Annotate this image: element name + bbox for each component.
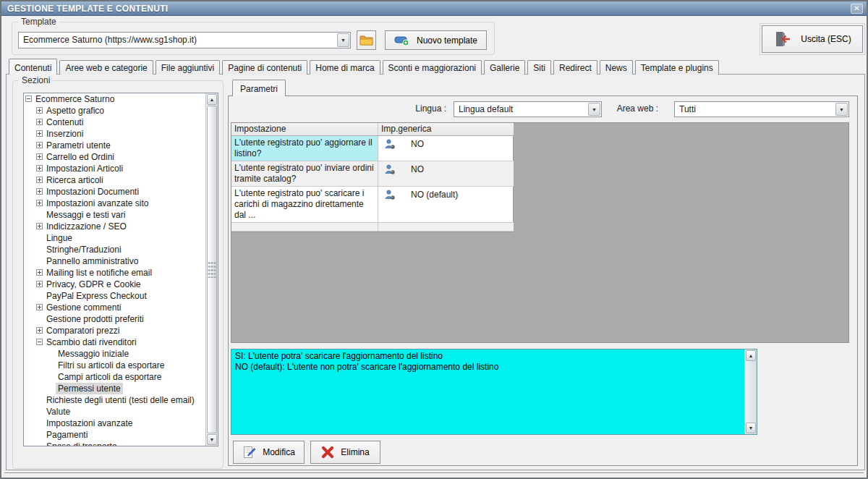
tree-item-label[interactable]: Ricerca articoli	[44, 174, 106, 186]
tree-item-label[interactable]: Filtri su articoli da esportare	[56, 360, 166, 371]
tab-news[interactable]: News	[600, 60, 633, 75]
tree-item-label[interactable]: Indicizzazione / SEO	[44, 221, 129, 232]
scrollbar-thumb[interactable]	[207, 106, 217, 433]
tree-item[interactable]: Messaggio iniziale	[24, 348, 205, 360]
tree-item-label[interactable]: Mailing list e notifiche email	[44, 267, 154, 279]
expand-plus-icon[interactable]	[36, 188, 43, 195]
tree-item[interactable]: Aspetto grafico	[24, 105, 205, 116]
table-row[interactable]: L'utente registrato puo' aggiornare il l…	[231, 136, 513, 161]
tree-item-label[interactable]: Impostazioni avanzate	[44, 417, 135, 429]
tree-item-label[interactable]: Ecommerce Saturno	[33, 93, 116, 105]
expand-plus-icon[interactable]	[36, 269, 43, 276]
column-header-imp-generica[interactable]: Imp.generica	[378, 123, 514, 136]
tree-item[interactable]: Inserzioni	[24, 128, 205, 140]
tree-item-label[interactable]: Privacy, GDPR e Cookie	[44, 279, 142, 290]
tree-item[interactable]: Pannello amministrativo	[24, 255, 205, 267]
tree-item-label[interactable]: Inserzioni	[44, 128, 85, 140]
scroll-down-icon[interactable]: ▼	[746, 423, 756, 433]
lingua-select[interactable]: Lingua default ▼	[454, 101, 602, 117]
tree-item[interactable]: Parametri utente	[24, 140, 205, 151]
setting-name-cell[interactable]: L'utente registrato puo' aggiornare il l…	[231, 136, 378, 161]
tab-pagine-di-contenuti[interactable]: Pagine di contenuti	[222, 60, 307, 75]
setting-name-cell[interactable]: L'utente registrato puo' scaricare i car…	[231, 187, 378, 223]
tree-item[interactable]: Impostazioni avanzate sito	[24, 198, 205, 209]
tab-sconti-e-maggiorazioni[interactable]: Sconti e maggiorazioni	[383, 60, 482, 75]
tab-contenuti[interactable]: Contenuti	[9, 59, 57, 75]
expand-plus-icon[interactable]	[36, 327, 43, 334]
tree-item[interactable]: Campi articoli da esportare	[24, 371, 205, 383]
tree-item-label[interactable]: Stringhe/Traduzioni	[44, 244, 124, 255]
chevron-down-icon[interactable]: ▼	[588, 103, 600, 116]
expand-plus-icon[interactable]	[36, 119, 43, 125]
expand-plus-icon[interactable]	[36, 223, 43, 229]
tree-item[interactable]: Permessi utente	[24, 383, 205, 394]
description-scrollbar[interactable]: ▲ ▼	[744, 349, 757, 434]
setting-name-cell[interactable]: L'utente registrato puo' inviare ordini …	[231, 161, 378, 187]
area-web-select[interactable]: Tutti ▼	[674, 101, 849, 117]
expand-plus-icon[interactable]	[36, 281, 43, 287]
expand-plus-icon[interactable]	[36, 177, 43, 183]
tree-item-label[interactable]: Messaggio iniziale	[56, 348, 131, 360]
tab-file-aggiuntivi[interactable]: File aggiuntivi	[156, 60, 220, 75]
scroll-up-icon[interactable]: ▲	[207, 94, 217, 105]
tree-item-label[interactable]: Aspetto grafico	[44, 105, 106, 116]
new-template-button[interactable]: Nuovo template	[385, 30, 487, 50]
collapse-minus-icon[interactable]	[36, 339, 43, 345]
scroll-down-icon[interactable]: ▼	[207, 434, 217, 445]
tree-item-label[interactable]: Impostazioni Articoli	[44, 163, 125, 174]
tab-aree-web-e-categorie[interactable]: Aree web e categorie	[59, 60, 153, 75]
tree-item-label[interactable]: Comparatori prezzi	[44, 325, 122, 336]
tree-item-label[interactable]: Permessi utente	[56, 383, 123, 394]
tab-home-di-marca[interactable]: Home di marca	[310, 60, 380, 75]
setting-value-cell[interactable]: NO (default)	[378, 187, 514, 223]
tree-item[interactable]: Impostazioni Articoli	[24, 163, 205, 174]
tree-item-label[interactable]: Lingue	[44, 232, 75, 244]
tree-item[interactable]: Contenuti	[24, 116, 205, 128]
setting-value-cell[interactable]: NO	[378, 161, 514, 187]
modifica-button[interactable]: Modifica	[233, 441, 305, 464]
tree-item-label[interactable]: Pannello amministrativo	[44, 255, 140, 267]
tree-item[interactable]: Ricerca articoli	[24, 174, 205, 186]
tree-item-label[interactable]: Spese di trasporto	[44, 441, 119, 446]
scroll-up-icon[interactable]: ▲	[746, 350, 756, 361]
tree-item[interactable]: Carrello ed Ordini	[24, 151, 205, 163]
tree-item-label[interactable]: Pagamenti	[44, 429, 90, 441]
tree-item[interactable]: Privacy, GDPR e Cookie	[24, 279, 205, 290]
tree-item-label[interactable]: Valute	[44, 406, 72, 417]
expand-plus-icon[interactable]	[36, 130, 43, 137]
tree-item[interactable]: Impostazioni avanzate	[24, 417, 205, 429]
tree-item[interactable]: Richieste degli utenti (testi delle emai…	[24, 394, 205, 406]
tree-item[interactable]: Filtri su articoli da esportare	[24, 360, 205, 371]
expand-plus-icon[interactable]	[36, 200, 43, 206]
tree-item-label[interactable]: Campi articoli da esportare	[56, 371, 163, 383]
tree-item[interactable]: Mailing list e notifiche email	[24, 267, 205, 279]
tree-item-label[interactable]: Parametri utente	[44, 140, 113, 151]
table-row[interactable]: L'utente registrato puo' inviare ordini …	[231, 161, 513, 187]
tree-item-label[interactable]: Scambio dati rivenditori	[44, 336, 139, 348]
tab-redirect[interactable]: Redirect	[553, 60, 597, 75]
tree-item[interactable]: Scambio dati rivenditori	[24, 336, 205, 348]
tree-item[interactable]: Gestione commenti	[24, 302, 205, 313]
expand-plus-icon[interactable]	[36, 165, 43, 171]
tree-item-label[interactable]: Gestione prodotti preferiti	[44, 313, 146, 325]
chevron-down-icon[interactable]: ▼	[835, 103, 848, 116]
tab-gallerie[interactable]: Gallerie	[484, 60, 525, 75]
tree-item[interactable]: PayPal Express Checkout	[24, 290, 205, 302]
tree-item[interactable]: Messaggi e testi vari	[24, 209, 205, 221]
tree-item[interactable]: Stringhe/Traduzioni	[24, 244, 205, 255]
tree-item[interactable]: Spese di trasporto	[24, 441, 205, 446]
tree-item-label[interactable]: PayPal Express Checkout	[44, 290, 149, 302]
setting-value-cell[interactable]: NO	[378, 136, 514, 161]
tab-template-e-plugins[interactable]: Template e plugins	[635, 60, 719, 75]
tree-item-label[interactable]: Impostazioni avanzate sito	[44, 198, 150, 209]
chevron-down-icon[interactable]: ▼	[337, 33, 349, 47]
tree-item[interactable]: Comparatori prezzi	[24, 325, 205, 336]
tree-item[interactable]: Valute	[24, 406, 205, 417]
expand-plus-icon[interactable]	[36, 142, 43, 148]
tree-item-label[interactable]: Carrello ed Ordini	[44, 151, 116, 163]
expand-plus-icon[interactable]	[36, 153, 43, 160]
tree-item-label[interactable]: Contenuti	[44, 116, 85, 128]
tab-parametri[interactable]: Parametri	[232, 80, 286, 96]
close-icon[interactable]: ✕	[851, 4, 863, 14]
tree-item[interactable]: Indicizzazione / SEO	[24, 221, 205, 232]
